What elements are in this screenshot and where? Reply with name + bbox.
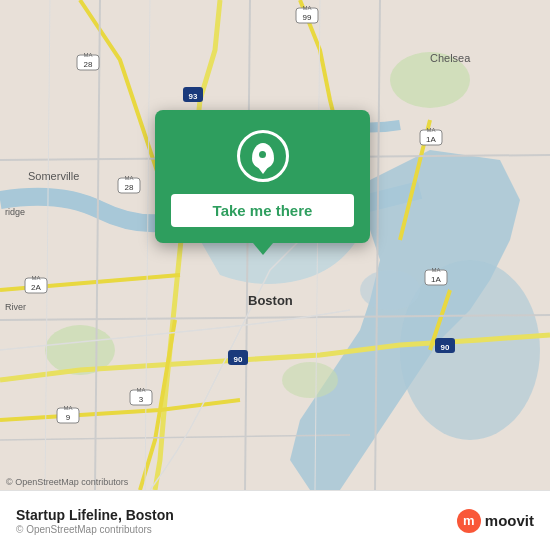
svg-text:9: 9 [66, 413, 71, 422]
moovit-logo[interactable]: m moovit [457, 509, 534, 533]
svg-text:MA: MA [427, 127, 436, 133]
popup-card: Take me there [155, 110, 370, 243]
svg-text:93: 93 [189, 92, 198, 101]
svg-text:90: 90 [234, 355, 243, 364]
svg-text:99: 99 [303, 13, 312, 22]
map-background: 93 28 MA 28 MA 99 MA 1A MA 1A MA 90 90 3… [0, 0, 550, 490]
svg-text:MA: MA [125, 175, 134, 181]
svg-text:MA: MA [64, 405, 73, 411]
bottom-bar: Startup Lifeline, Boston © OpenStreetMap… [0, 490, 550, 550]
bottom-bar-info: Startup Lifeline, Boston © OpenStreetMap… [16, 507, 174, 535]
svg-text:28: 28 [125, 183, 134, 192]
svg-text:Boston: Boston [248, 293, 293, 308]
location-icon-circle [237, 130, 289, 182]
svg-text:2A: 2A [31, 283, 41, 292]
take-me-there-button[interactable]: Take me there [171, 194, 354, 227]
location-dot [259, 151, 266, 158]
svg-text:River: River [5, 302, 26, 312]
map-attribution: © OpenStreetMap contributors [16, 524, 174, 535]
moovit-logo-text: moovit [485, 512, 534, 529]
svg-point-6 [282, 362, 338, 398]
svg-point-2 [400, 260, 540, 440]
moovit-logo-icon: m [457, 509, 481, 533]
svg-text:1A: 1A [431, 275, 441, 284]
svg-point-3 [360, 270, 420, 310]
svg-text:© OpenStreetMap contributors: © OpenStreetMap contributors [6, 477, 129, 487]
location-title: Startup Lifeline, Boston [16, 507, 174, 523]
svg-text:MA: MA [432, 267, 441, 273]
svg-text:Chelsea: Chelsea [430, 52, 471, 64]
svg-text:3: 3 [139, 395, 144, 404]
svg-text:MA: MA [32, 275, 41, 281]
svg-text:ridge: ridge [5, 207, 25, 217]
map-container[interactable]: 93 28 MA 28 MA 99 MA 1A MA 1A MA 90 90 3… [0, 0, 550, 490]
svg-text:28: 28 [84, 60, 93, 69]
svg-text:1A: 1A [426, 135, 436, 144]
svg-text:90: 90 [441, 343, 450, 352]
svg-text:MA: MA [84, 52, 93, 58]
svg-text:MA: MA [137, 387, 146, 393]
svg-text:Somerville: Somerville [28, 170, 79, 182]
location-pin-icon [252, 143, 274, 169]
svg-text:MA: MA [303, 5, 312, 11]
